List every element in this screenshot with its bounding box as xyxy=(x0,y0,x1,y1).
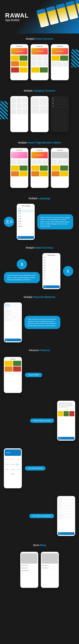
list-item: English xyxy=(17,210,34,212)
decorative-stripes xyxy=(71,49,79,67)
list-item: Arabic xyxy=(17,207,34,210)
acc-tile[interactable]: Language xyxy=(10,467,15,472)
form-field[interactable]: Postal Code xyxy=(58,514,74,516)
section-features: Advance Features xyxy=(0,345,79,353)
nav-wishlist[interactable]: Wishlist xyxy=(15,373,17,374)
form-field[interactable]: First Name xyxy=(58,498,74,500)
title-pre: Advance xyxy=(29,349,39,352)
form-field[interactable]: Last Name xyxy=(58,500,74,502)
feature-pill: Product Wishlist xyxy=(25,373,42,377)
translate-icon: 文A xyxy=(4,217,14,227)
signout-link[interactable]: Sign Out xyxy=(5,474,21,474)
language-callout: 文A Choose Language Arabic English Chines… xyxy=(0,201,79,242)
mockup-phone-currency: Select Currency USD AED AUD CAD EUR GBP … xyxy=(42,253,60,289)
phone-header: Select Currency xyxy=(43,254,60,256)
nav-search[interactable]: Search xyxy=(11,373,14,374)
feature-wishlist: Favourites Home Category Search Wishlist… xyxy=(0,353,79,397)
form-field[interactable]: Card Number xyxy=(5,313,21,316)
form-field[interactable]: Address xyxy=(58,506,74,508)
acc-tile[interactable]: My Orders xyxy=(5,462,10,467)
callout-text: Flutter Ecommerce comes with Multi payme… xyxy=(24,316,60,329)
mockup-phone xyxy=(10,96,28,132)
acc-tile[interactable]: Change Password xyxy=(16,462,21,467)
form-field[interactable]: Contact xyxy=(5,308,21,310)
payment-card-icon xyxy=(5,304,10,306)
account-header: Account xyxy=(5,450,21,456)
news-item: News article two xyxy=(21,567,38,569)
flash-sale-banner: FLASH SALE xyxy=(31,152,48,158)
section-language: Multiple Language xyxy=(0,193,79,201)
list-item: Chinese xyxy=(17,212,34,215)
form-field[interactable]: Phone xyxy=(58,517,74,519)
list-item: AUD xyxy=(43,262,60,264)
save-button[interactable]: Save xyxy=(43,286,60,288)
save-button[interactable]: Save xyxy=(17,236,34,239)
list-item: German xyxy=(17,218,34,220)
list-item: GBP xyxy=(43,269,60,272)
flash-sale-banner: FLASH SALE xyxy=(31,48,48,54)
nav-home[interactable]: Home xyxy=(5,373,7,374)
section-payment: Multiple Payment Methods xyxy=(0,292,79,300)
section-currency: Multiple Multi Currency xyxy=(0,242,79,250)
feature-control: Account Wishlist Edit Profile Address My… xyxy=(0,444,79,492)
form-field[interactable]: Expiry xyxy=(5,316,13,318)
mockup-phone: Themed App xyxy=(10,148,28,188)
title-pre: Multiple xyxy=(26,246,35,249)
form-field[interactable]: Shipping Address xyxy=(5,310,21,312)
mockup-phone: Themed App FLASH SALE xyxy=(31,44,49,80)
acc-tile[interactable]: Edit Profile xyxy=(10,457,15,462)
dollar-icon: $ xyxy=(17,259,27,270)
mockup-phone-wishlist: Favourites Home Category Search Wishlist… xyxy=(4,357,22,393)
form-field[interactable]: State xyxy=(58,512,74,514)
news-hero-image xyxy=(42,553,58,564)
section-title: News Blog xyxy=(0,544,79,547)
euro-icon: € xyxy=(63,266,73,276)
phone-header: Themed App xyxy=(11,45,27,48)
section-home-screens: Multiple Home Screens xyxy=(0,34,79,42)
acc-tile[interactable]: Contact Us xyxy=(5,467,10,472)
acc-tile[interactable]: Reward Points xyxy=(10,462,15,467)
list-item: PKR xyxy=(43,277,60,280)
star-rating: ★★★★★ xyxy=(58,409,74,410)
form-field[interactable]: City xyxy=(58,509,74,511)
title-highlight: Multi Currency xyxy=(35,246,53,249)
nav-category[interactable]: Category xyxy=(8,373,11,374)
phone-header: Themed App xyxy=(52,149,68,151)
title-highlight: Home Page Banners Styles xyxy=(28,141,61,144)
list-item: EUR xyxy=(43,267,60,269)
pay-button[interactable]: Save xyxy=(5,338,21,341)
hero-banner: RAWAL App Builder xyxy=(0,0,79,34)
section-title: Multiple Payment Methods xyxy=(0,296,79,298)
title-highlight: Category Screens xyxy=(33,89,55,92)
form-field[interactable]: Country xyxy=(58,503,74,505)
section-category-screens: Multiple Category Screens xyxy=(0,86,79,94)
mockup-phone: Themed App FLASH SALE xyxy=(31,148,49,188)
acc-tile[interactable]: Wishlist xyxy=(5,457,10,462)
list-item: Spanish xyxy=(17,215,34,218)
acc-tile[interactable]: Address xyxy=(16,457,21,462)
mockup-phone-news: News article one News article two News a… xyxy=(20,552,38,588)
title-pre: News xyxy=(33,544,39,546)
title-pre: Multiple xyxy=(24,296,33,298)
mockup-phone: Themed App FLASH SALE xyxy=(51,44,69,80)
feature-rating: Lorem ipsum dolor sit amet, consectetur … xyxy=(0,397,79,444)
callout-text: Flutter Ecommerce Comes with multi Langu… xyxy=(37,214,73,230)
form-field[interactable]: CVC xyxy=(13,316,21,318)
mockup-phone-language: Choose Language Arabic English Chinese S… xyxy=(17,204,35,240)
feature-pill: Product Rating & Reviews xyxy=(30,418,54,423)
acc-tile[interactable]: Currency xyxy=(16,467,21,472)
title-pre: Multiple xyxy=(26,37,35,40)
flash-sale-banner: FLASH SALE xyxy=(11,48,27,54)
title-highlight: Language xyxy=(38,197,50,200)
currency-callout: $ Flutter Ecommerce comes with Multi cur… xyxy=(0,250,79,292)
submit-button[interactable]: Save xyxy=(58,437,74,440)
section-title: Advance Features xyxy=(0,349,79,352)
save-button[interactable]: Save xyxy=(58,532,74,535)
mockup-phone-rating: Lorem ipsum dolor sit amet, consectetur … xyxy=(57,401,75,440)
phone-header: Choose Language xyxy=(17,205,34,207)
title-pre: Multiple xyxy=(24,89,33,92)
form-field[interactable]: Name on Card xyxy=(5,319,21,321)
nav-settings[interactable]: Settings xyxy=(18,373,21,374)
list-item: AED xyxy=(43,259,60,262)
title-highlight: Blog xyxy=(40,544,46,546)
